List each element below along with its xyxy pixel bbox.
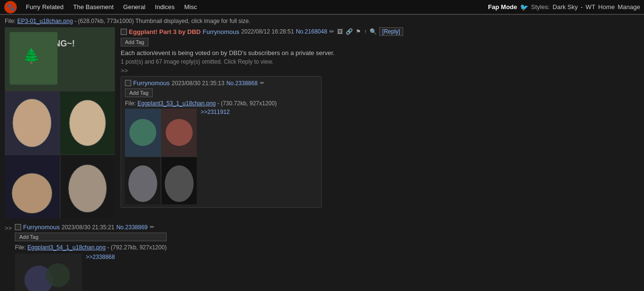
file-meta: - (628.07kb, 773x1000): [73, 18, 134, 24]
svg-point-7: [13, 99, 51, 147]
thumb-cell-top: RRRRRRING~! 🌲: [5, 27, 115, 91]
nav-indices[interactable]: Indices: [150, 3, 180, 11]
styles-label: Styles:: [531, 3, 550, 11]
nav-general[interactable]: General: [118, 3, 150, 11]
svg-point-13: [68, 165, 106, 213]
main-nav: Furry Related The Basement General Indic…: [21, 3, 488, 11]
main-post-thumbnail[interactable]: RRRRRRING~! 🌲: [5, 27, 115, 219]
post-edit-icon[interactable]: ✏: [329, 28, 335, 35]
post2-date: 2023/08/30 21:35:21: [62, 224, 114, 231]
svg-point-24: [46, 263, 70, 287]
thumb-cell-mid-left: [5, 91, 60, 155]
post-share-icon[interactable]: ↑: [363, 28, 367, 35]
reply-add-tag-btn[interactable]: Add Tag: [125, 89, 153, 97]
reply-img-cell-4: [161, 157, 197, 205]
main-post-number: No.2168048: [296, 28, 327, 35]
main-post-omitted: 1 post(s) and 67 image reply(s) omitted.…: [121, 58, 639, 65]
site-logo[interactable]: 🐾: [4, 0, 17, 14]
style-wt[interactable]: WT: [586, 3, 595, 11]
main-post-date: 2022/08/12 16:28:51: [241, 28, 294, 35]
reply-post-date: 2023/08/30 21:35:13: [172, 80, 225, 87]
file-note: Thumbnail displayed, click image for ful…: [136, 18, 250, 24]
main-post-content: Eggplant! Part 3 by DBD Furrynomous 2022…: [121, 27, 639, 208]
reply-button[interactable]: [Reply]: [379, 27, 403, 36]
post2-inner: Furrynomous 2023/08/30 21:35:21 No.23388…: [15, 224, 167, 291]
style-separator: -: [581, 3, 583, 11]
reply-file-meta: - (730.72kb, 927x1200): [216, 100, 277, 107]
svg-text:🐾: 🐾: [7, 3, 15, 11]
thumb-cell-bot-right: [60, 155, 115, 219]
reply-post-checkbox[interactable]: [125, 80, 131, 86]
post2-content-row: >>2338868: [15, 254, 167, 291]
main-post-container: RRRRRRING~! 🌲: [5, 27, 639, 219]
svg-point-11: [12, 173, 52, 213]
main-post-title: Eggplant! Part 3 by DBD: [129, 28, 201, 35]
post2-arrow: >>: [5, 224, 12, 232]
svg-point-9: [69, 100, 105, 146]
post2-container: >> Furrynomous 2023/08/30 21:35:21 No.23…: [5, 224, 639, 291]
style-manage[interactable]: Manage: [618, 3, 640, 11]
post-link-icon[interactable]: 🔗: [345, 28, 353, 35]
main-post-author: Furrynomous: [203, 28, 239, 35]
reply-file-prefix: File:: [125, 100, 137, 107]
main-file-info: File: EP3-01_u18chan.png - (628.07kb, 77…: [5, 18, 639, 24]
svg-point-15: [129, 119, 156, 146]
reply-quote-ref[interactable]: >>2311912: [201, 109, 230, 115]
twitter-icon: 🐦: [520, 3, 528, 11]
reply-content-row: >>2311912: [125, 109, 317, 204]
style-dark-sky[interactable]: Dark Sky: [553, 3, 578, 11]
post2-file-meta: - (792.27kb, 927x1200): [106, 244, 167, 251]
post2-quote-ref[interactable]: >>2338868: [86, 254, 115, 260]
nav-right-controls: Fap Mode 🐦 Styles: Dark Sky - WT Home Ma…: [488, 3, 640, 11]
post2-number: No.2338869: [116, 224, 147, 231]
reply-post-header: Furrynomous 2023/08/30 21:35:13 No.23388…: [125, 79, 317, 87]
svg-text:🌲: 🌲: [23, 47, 41, 65]
reply-post-number: No.2338868: [226, 80, 258, 87]
reply-image-composite[interactable]: [125, 109, 197, 204]
main-file-link[interactable]: EP3-01_u18chan.png: [17, 18, 73, 24]
reply-img-cell-3: [125, 157, 161, 205]
post-flag-icon[interactable]: ⚑: [355, 28, 362, 35]
main-post-icons: ✏ 🖼 🔗 ⚑ ↑ 🔍 [Reply]: [329, 27, 403, 36]
nav-the-basement[interactable]: The Basement: [68, 3, 119, 11]
post2-edit-icon[interactable]: ✏: [149, 224, 155, 230]
reply-img-cell-1: [125, 109, 161, 157]
reply-quote-arrow: >>: [121, 67, 639, 74]
post2-add-tag-btn[interactable]: Add Tag: [15, 233, 167, 241]
thumb-cell-mid-right: [60, 91, 115, 155]
thumb-cell-bot-left: [5, 155, 60, 219]
reply-edit-icon[interactable]: ✏: [260, 80, 265, 86]
post2-author: Furrynomous: [23, 224, 60, 231]
main-post-body: Each action/event is being voted on by D…: [121, 49, 639, 56]
reply-post-author: Furrynomous: [133, 79, 170, 87]
file-prefix: File:: [5, 18, 17, 24]
post-search-icon[interactable]: 🔍: [369, 28, 377, 35]
reply-block: Furrynomous 2023/08/30 21:35:13 No.23388…: [121, 76, 322, 208]
reply-file-info: File: Eggplant3_53_1_u18chan.png - (730.…: [125, 100, 317, 107]
post2-header: Furrynomous 2023/08/30 21:35:21 No.23388…: [15, 224, 167, 231]
content-area: File: EP3-01_u18chan.png - (628.07kb, 77…: [0, 15, 644, 291]
reply-file-link[interactable]: Eggplant3_53_1_u18chan.png: [137, 100, 216, 107]
post-save-icon[interactable]: 🖼: [337, 28, 343, 35]
main-add-tag-btn[interactable]: Add Tag: [121, 38, 148, 46]
nav-misc[interactable]: Misc: [180, 3, 202, 11]
post2-thumbnail[interactable]: [15, 254, 82, 291]
svg-point-21: [165, 165, 193, 202]
nav-bar: 🐾 Furry Related The Basement General Ind…: [0, 0, 644, 14]
post2-file-link[interactable]: Eggplant3_54_1_u18chan.png: [27, 244, 106, 251]
main-post-checkbox[interactable]: [121, 29, 127, 35]
svg-point-19: [128, 165, 157, 202]
main-post-image-col: RRRRRRING~! 🌲: [5, 27, 115, 219]
fap-mode-label[interactable]: Fap Mode: [488, 3, 517, 11]
post2-file-info: File: Eggplant3_54_1_u18chan.png - (792.…: [15, 244, 167, 251]
main-post-header: Eggplant! Part 3 by DBD Furrynomous 2022…: [121, 27, 639, 36]
reply-img-cell-2: [161, 109, 197, 157]
svg-point-17: [166, 119, 192, 146]
nav-furry-related[interactable]: Furry Related: [21, 3, 68, 11]
post2-checkbox[interactable]: [15, 224, 21, 230]
style-home[interactable]: Home: [598, 3, 615, 11]
post2-file-prefix: File:: [15, 244, 27, 251]
